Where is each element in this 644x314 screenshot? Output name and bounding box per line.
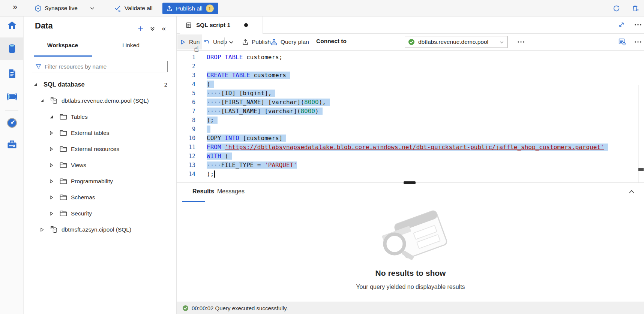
tree-node-icon [60,210,67,217]
collapse-results-icon[interactable] [628,188,635,196]
refresh-icon[interactable] [612,4,620,12]
tree-item-views[interactable]: Views [24,157,176,173]
tree-caret-icon[interactable] [49,211,54,216]
code-line[interactable]: 1 DROP TABLE customers; [177,53,644,62]
tree-item-external-resources[interactable]: External resources [24,141,176,157]
tree-item-label: Tables [71,114,88,120]
nav-integrate-icon[interactable] [0,88,24,105]
tree-item-tables[interactable]: Tables [24,109,176,125]
code-line[interactable]: 8 ); [177,116,644,125]
code-line[interactable]: 5 ····[ID] [bigint], [177,89,644,98]
tree-caret-icon[interactable] [33,82,38,87]
code-line[interactable]: 6 ····[FIRST_NAME] [varchar](8000), [177,98,644,107]
tree-caret-icon[interactable] [40,227,44,232]
resource-tree: SQL database 2 dbtlabs.revenue.demo.pool… [24,76,176,238]
add-resource-button[interactable]: + [138,25,143,32]
properties-icon[interactable] [618,38,626,46]
success-check-icon [182,305,189,311]
code-line[interactable]: 14 ); [177,170,644,179]
line-text: ····[ID] [bigint], [207,89,275,98]
code-editor[interactable]: 1 DROP TABLE customers; 2 3 CREATE TABLE… [177,51,644,182]
tree-item-dbtmsft-azsyn-cipool-sql[interactable]: dbtmsft.azsyn.cipool (SQL) [24,221,176,238]
tab-more-options-icon[interactable] [634,24,642,26]
filter-box[interactable] [32,61,168,72]
code-token: ···· [207,161,221,169]
filter-input[interactable] [45,63,164,70]
line-number: 13 [177,161,195,170]
expand-editor-icon[interactable] [618,21,625,28]
code-token: CREATE TABLE [207,72,250,79]
collapse-panel-icon[interactable]: « [162,25,166,32]
line-text: ); [207,116,218,125]
tree-item-programmability[interactable]: Programmability [24,173,176,189]
tab-sql-script-1[interactable]: SQL script 1 [180,16,263,34]
code-line[interactable]: 10 COPY INTO [customers] [177,134,644,143]
code-line[interactable]: 11 FROM 'https://dbtlabsynapsedatalake.b… [177,143,644,152]
left-nav-rail [0,16,24,314]
tree-caret-icon[interactable] [49,179,54,184]
code-line[interactable]: 2 [177,62,644,71]
code-line[interactable]: 13 ····FILE_TYPE = 'PARQUET' [177,161,644,170]
toolbar-more-commands-icon[interactable] [517,41,525,43]
no-results-title: No results to show [177,269,644,278]
tree-caret-icon[interactable] [49,147,54,151]
text-cursor [214,170,215,178]
tree-caret-icon[interactable] [40,99,44,103]
tab-label: SQL script 1 [196,22,230,28]
publish-all-button[interactable]: Publish all 1 [162,3,218,14]
nav-manage-icon[interactable] [0,136,24,153]
pool-selector[interactable]: dbtlabs.revenue.demo.pool [405,36,507,48]
tab-results[interactable]: Results [192,188,214,195]
nav-data-icon[interactable] [0,40,24,57]
expand-sidebar-icon[interactable]: » [13,2,17,12]
tree-item-schemas[interactable]: Schemas [24,189,176,205]
code-line[interactable]: 7 ····[LAST_NAME] [varchar](8000) [177,107,644,116]
active-tab-underline [34,55,92,57]
tab-messages[interactable]: Messages [217,188,245,195]
validate-all-label: Validate all [125,5,153,12]
selection-highlight: FROM 'https://dbtlabsynapsedatalake.blob… [207,144,608,151]
nav-home-icon[interactable] [0,17,24,33]
nav-monitor-icon[interactable] [0,115,24,131]
discard-all-icon[interactable] [632,4,639,12]
undo-button[interactable]: Undo [201,34,229,49]
splitter-drag-handle[interactable] [404,181,416,184]
run-options-chevron-icon[interactable] [226,34,236,49]
code-line[interactable]: 4 ( [177,80,644,89]
tab-linked[interactable]: Linked [114,42,148,53]
line-text: ); [207,170,215,179]
editor-scrollbar-thumb[interactable] [638,168,644,171]
publish-all-label: Publish all [176,5,203,12]
code-line[interactable]: 3 CREATE TABLE customers [177,71,644,80]
tab-workspace[interactable]: Workspace [45,42,81,53]
validate-all-button[interactable]: Validate all [114,0,153,16]
tree-item-sql-database[interactable]: SQL database 2 [24,76,176,93]
selection-highlight: ····FILE_TYPE = 'PARQUET' [207,161,297,169]
tree-node-icon [60,178,67,184]
results-tab-bar: Results Messages [177,183,644,204]
line-number: 9 [177,125,195,134]
tree-item-external-tables[interactable]: External tables [24,125,176,141]
code-line[interactable]: 9 [177,125,644,134]
mode-selector[interactable]: Synapse live [35,0,95,16]
line-text: ····FILE_TYPE = 'PARQUET' [207,161,297,170]
nav-develop-icon[interactable] [0,66,24,82]
unsaved-changes-dot [244,23,248,27]
code-token: [FIRST_NAME] [varchar]( [221,99,305,106]
pool-name: dbtlabs.revenue.demo.pool [418,39,488,45]
code-token: ( [207,81,210,88]
editor-more-options-icon[interactable] [634,41,642,43]
line-text: ····[LAST_NAME] [varchar](8000) [207,107,323,116]
tree-caret-icon[interactable] [49,163,54,167]
tree-caret-icon[interactable] [49,115,54,119]
code-token: customers [250,72,286,79]
code-line[interactable]: 12 WITH ( [177,152,644,161]
tree-item-dbtlabs-revenue-demo-pool-sql[interactable]: dbtlabs.revenue.demo.pool (SQL) [24,93,176,109]
tree-caret-icon[interactable] [49,131,54,135]
tree-caret-icon[interactable] [49,195,54,200]
collapse-all-icon[interactable] [150,25,155,31]
code-token: ···· [207,108,221,115]
tree-item-security[interactable]: Security [24,205,176,221]
query-plan-button[interactable]: Query plan [268,34,311,49]
line-text: ····[FIRST_NAME] [varchar](8000), [207,98,330,107]
